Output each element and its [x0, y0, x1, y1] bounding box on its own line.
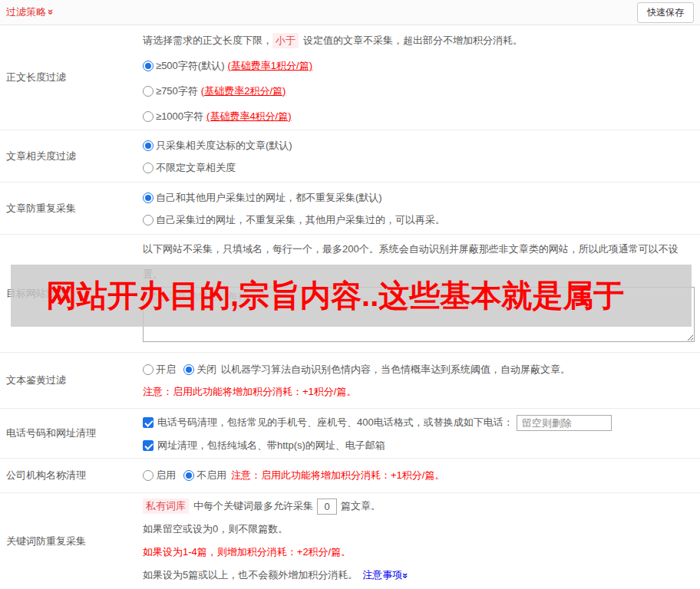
option-label: 不启用 [196, 469, 226, 482]
section-title-text: 过滤策略 [6, 6, 46, 18]
length-option-1000: ≥1000字符 (基础费率4积分/篇) [143, 104, 694, 129]
row-content: 自己和其他用户采集过的网址，都不重复采集(默认) 自己采集过的网址，不重复采集，… [138, 183, 700, 234]
row-content: 只采集相关度达标的文章(默认) 不限定文章相关度 [138, 130, 700, 182]
option-label: 不限定文章相关度 [156, 161, 236, 175]
row-label: 关键词防重复采集 [0, 493, 138, 589]
filter-strategy-page: 过滤策略 快速保存 正文长度过滤 请选择需求的正文长度下限， 小于 设定值的文章… [0, 0, 700, 589]
radio-dedup-all[interactable] [143, 192, 154, 203]
row-content: 开启 关闭 以机器学习算法自动识别色情内容，当色情概率达到系统阈值，自动屏蔽文章… [138, 353, 700, 408]
radio-porn-on[interactable] [143, 364, 154, 375]
checkbox-label: 网址清理，包括纯域名、带http(s)的网址、电子邮箱 [157, 439, 385, 452]
option-label: 开启 [156, 363, 176, 377]
row-content: 电话号码清理，包括常见的手机号、座机号、400电话格式，或替换成如下电话： 网址… [138, 409, 700, 458]
fee-label: (基础费率1积分/篇) [227, 59, 312, 73]
radio-length-750[interactable] [143, 86, 154, 97]
watermark-overlay: 网站开办目的,宗旨内容..这些基本就是属于 [11, 265, 692, 327]
replacement-phone-input[interactable] [517, 415, 612, 431]
option-label: 自己和其他用户采集过的网址，都不重复采集(默认) [156, 191, 382, 205]
row-body-length-filter: 正文长度过滤 请选择需求的正文长度下限， 小于 设定值的文章不采集，超出部分不增… [0, 25, 700, 130]
intro-post: 设定值的文章不采集，超出部分不增加积分消耗。 [303, 34, 523, 48]
double-chevron-down-icon [45, 9, 57, 15]
radio-company-off[interactable] [183, 470, 194, 481]
length-option-500: ≥500字符(默认) (基础费率1积分/篇) [143, 53, 694, 78]
row-label: 正文长度过滤 [0, 25, 138, 130]
checkbox-phone-cleaning[interactable] [143, 417, 154, 428]
intro-highlight: 小于 [272, 33, 299, 48]
relevance-option-2: 不限定文章相关度 [143, 156, 694, 179]
radio-company-on[interactable] [143, 470, 154, 481]
porn-filter-description: 以机器学习算法自动识别色情内容，当色情概率达到系统阈值，自动屏蔽文章。 [221, 363, 570, 377]
company-cleaning-note: 注意：启用此功能将增加积分消耗：+1积分/篇。 [231, 469, 444, 482]
radio-porn-off[interactable] [183, 364, 194, 375]
double-chevron-down-icon [400, 572, 411, 577]
phone-cleaning-line: 电话号码清理，包括常见的手机号、座机号、400电话格式，或替换成如下电话： [143, 411, 694, 434]
relevance-option-1: 只采集相关度达标的文章(默认) [143, 134, 694, 156]
option-label: ≥1000字符 [156, 110, 203, 123]
keyword-note-five: 如果设为5篇或以上，也不会额外增加积分消耗。 注意事项 [143, 564, 694, 587]
keyword-limit-suffix: 篇文章。 [341, 499, 381, 513]
keyword-limit-input[interactable] [317, 499, 337, 515]
checkbox-label: 电话号码清理，包括常见的手机号、座机号、400电话格式，或替换成如下电话： [157, 416, 513, 429]
porn-filter-note: 注意：启用此功能将增加积分消耗：+1积分/篇。 [143, 380, 694, 403]
porn-filter-options: 开启 关闭 以机器学习算法自动识别色情内容，当色情概率达到系统阈值，自动屏蔽文章… [143, 358, 694, 380]
private-lexicon-tag: 私有词库 [143, 499, 189, 514]
row-label: 电话号码和网址清理 [0, 409, 138, 458]
option-label: ≥500字符(默认) [156, 59, 224, 73]
row-label: 公司机构名称清理 [0, 459, 138, 492]
radio-relevance-strict[interactable] [143, 140, 154, 151]
notes-link[interactable]: 注意事项 [362, 568, 402, 582]
row-label: 文本鉴黄过滤 [0, 353, 138, 408]
row-label: 文章防重复采集 [0, 183, 138, 234]
radio-length-1000[interactable] [143, 111, 154, 122]
option-label: 启用 [156, 469, 176, 482]
row-porn-filter: 文本鉴黄过滤 开启 关闭 以机器学习算法自动识别色情内容，当色情概率达到系统阈值… [0, 353, 700, 409]
row-phone-url-cleaning: 电话号码和网址清理 电话号码清理，包括常见的手机号、座机号、400电话格式，或替… [0, 409, 700, 459]
fee-label: (基础费率4积分/篇) [206, 110, 292, 123]
row-company-name-cleaning: 公司机构名称清理 启用 不启用 注意：启用此功能将增加积分消耗：+1积分/篇。 [0, 459, 700, 493]
row-content: 请选择需求的正文长度下限， 小于 设定值的文章不采集，超出部分不增加积分消耗。 … [138, 25, 700, 130]
row-relevance-filter: 文章相关度过滤 只采集相关度达标的文章(默认) 不限定文章相关度 [0, 130, 700, 183]
option-label: 关闭 [196, 363, 216, 377]
row-content: 私有词库 中每个关键词最多允许采集 篇文章。 如果留空或设为0，则不限篇数。 如… [138, 493, 700, 589]
url-cleaning-line: 网址清理，包括纯域名、带http(s)的网址、电子邮箱 [143, 434, 694, 457]
length-option-750: ≥750字符 (基础费率2积分/篇) [143, 78, 694, 104]
quick-save-button[interactable]: 快速保存 [637, 2, 694, 23]
option-label: 自己采集过的网址，不重复采集，其他用户采集过的，可以再采。 [156, 213, 445, 227]
topbar: 过滤策略 快速保存 [0, 0, 700, 25]
length-intro: 请选择需求的正文长度下限， 小于 设定值的文章不采集，超出部分不增加积分消耗。 [143, 28, 694, 53]
keyword-limit-text: 中每个关键词最多允许采集 [193, 499, 313, 513]
dedup-option-2: 自己采集过的网址，不重复采集，其他用户采集过的，可以再采。 [143, 209, 694, 231]
keyword-note-cost: 如果设为1-4篇，则增加积分消耗：+2积分/篇。 [143, 541, 694, 564]
row-dedup-collection: 文章防重复采集 自己和其他用户采集过的网址，都不重复采集(默认) 自己采集过的网… [0, 183, 700, 235]
option-label: ≥750字符 [156, 84, 198, 98]
option-label: 只采集相关度达标的文章(默认) [156, 139, 292, 153]
row-keyword-dedup: 关键词防重复采集 私有词库 中每个关键词最多允许采集 篇文章。 如果留空或设为0… [0, 493, 700, 589]
keyword-note-five-text: 如果设为5篇或以上，也不会额外增加积分消耗。 [143, 568, 358, 582]
checkbox-url-cleaning[interactable] [143, 440, 154, 451]
section-title[interactable]: 过滤策略 [6, 5, 54, 19]
radio-dedup-self-only[interactable] [143, 215, 154, 225]
keyword-limit-line: 私有词库 中每个关键词最多允许采集 篇文章。 [143, 495, 694, 518]
radio-relevance-any[interactable] [143, 163, 154, 173]
fee-label: (基础费率2积分/篇) [201, 84, 286, 98]
keyword-note-zero: 如果留空或设为0，则不限篇数。 [143, 518, 694, 541]
radio-length-500[interactable] [143, 61, 154, 71]
row-label: 文章相关度过滤 [0, 130, 138, 182]
watermark-text: 网站开办目的,宗旨内容..这些基本就是属于 [11, 265, 692, 327]
intro-pre: 请选择需求的正文长度下限， [143, 34, 272, 48]
row-content: 启用 不启用 注意：启用此功能将增加积分消耗：+1积分/篇。 [138, 459, 700, 492]
dedup-option-1: 自己和其他用户采集过的网址，都不重复采集(默认) [143, 186, 694, 209]
